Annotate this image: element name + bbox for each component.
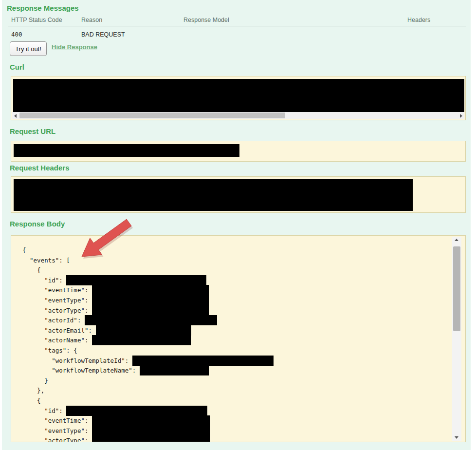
json-code-line: "eventType": (22, 426, 454, 436)
json-key-text: "actorEmail": (22, 327, 96, 334)
redacted-curl-content (13, 79, 464, 112)
json-code-line: "actorEmail": (22, 326, 454, 336)
json-code-line: "tags": { (22, 346, 454, 356)
json-key-text: "id": (22, 407, 66, 414)
table-column-header: Headers (407, 17, 430, 23)
json-code-line: "eventType": (22, 296, 454, 306)
json-code-line: "workflowTemplateName": (22, 366, 454, 376)
scroll-down-arrow-icon[interactable] (452, 434, 461, 441)
request-url-box (11, 141, 466, 162)
json-key-text: }, (22, 387, 44, 394)
json-key-text: "eventTime": (22, 417, 92, 424)
try-it-out-button[interactable]: Try it out! (10, 41, 47, 56)
json-code-line: "actorId": (22, 316, 454, 326)
http-status-code-value: 400 (11, 31, 22, 38)
redacted-json-value (96, 325, 191, 336)
response-body-box: { "events": [ { "id": "eventTime": "even… (11, 235, 466, 442)
json-code-line: { (22, 265, 454, 276)
table-column-header: HTTP Status Code (11, 17, 62, 23)
response-messages-title: Response Messages (7, 4, 79, 12)
table-column-header: Reason (81, 17, 102, 23)
scroll-left-arrow-icon[interactable] (12, 112, 19, 119)
redacted-json-value (85, 315, 217, 325)
json-key-text: } (22, 377, 48, 384)
json-key-text: "eventType": (22, 297, 92, 304)
redacted-json-value (92, 295, 209, 305)
json-key-text: "eventType": (22, 427, 92, 434)
json-key-text: { (22, 246, 26, 254)
response-messages-table-header: HTTP Status Code Reason Response Model H… (0, 17, 476, 25)
json-key-text: { (22, 397, 41, 404)
redacted-json-value (132, 356, 274, 366)
json-code-line: "actorType": (22, 306, 454, 316)
redacted-request-url (14, 144, 239, 157)
redacted-request-headers (14, 179, 413, 211)
redacted-json-value (92, 305, 209, 316)
json-key-text: "actorName": (22, 337, 92, 344)
json-key-text: "workflowTemplateId": (22, 357, 132, 364)
request-url-title: Request URL (10, 127, 55, 135)
redacted-json-value (66, 275, 206, 285)
json-key-text: "tags": { (22, 347, 77, 354)
response-body-title: Response Body (10, 220, 65, 228)
response-body-json: { "events": [ { "id": "eventTime": "even… (11, 236, 454, 442)
table-column-header: Response Model (183, 17, 229, 23)
table-header-divider (8, 26, 466, 26)
hide-response-link[interactable]: Hide Response (52, 43, 97, 51)
json-code-line: } (22, 376, 454, 386)
redacted-json-value (92, 415, 210, 426)
request-headers-title: Request Headers (10, 164, 70, 172)
json-code-line: "eventTime": (22, 285, 454, 296)
json-code-line: { (22, 396, 454, 406)
redacted-json-value (92, 285, 209, 295)
horizontal-scrollbar[interactable] (12, 112, 464, 119)
redacted-json-value (92, 435, 210, 442)
json-key-text: "actorType": (22, 307, 92, 314)
json-key-text: "events": [ (22, 257, 70, 264)
json-code-line: "workflowTemplateId": (22, 356, 454, 366)
json-code-line: "id": (22, 406, 454, 416)
horizontal-scrollbar-thumb[interactable] (19, 112, 285, 118)
redacted-json-value (92, 426, 210, 436)
json-key-text: "workflowTemplateName": (22, 367, 140, 374)
swagger-response-section: Response Messages HTTP Status Code Reaso… (0, 0, 476, 450)
curl-box (11, 76, 466, 120)
vertical-scrollbar[interactable] (452, 237, 461, 441)
json-code-line: "actorName": (22, 336, 454, 346)
vertical-scrollbar-thumb[interactable] (453, 246, 460, 331)
redacted-json-value (92, 335, 191, 345)
red-arrow-annotation (71, 218, 141, 264)
curl-title: Curl (10, 63, 24, 71)
json-code-line: "id": (22, 276, 454, 286)
request-headers-box (11, 176, 466, 213)
json-code-line: "eventTime": (22, 416, 454, 426)
json-key-text: "eventTime": (22, 286, 92, 294)
json-code-line: "actorType": (22, 436, 454, 442)
json-code-line: }, (22, 386, 454, 396)
reason-value: BAD REQUEST (81, 31, 125, 38)
json-key-text: "actorType": (22, 437, 92, 442)
redacted-json-value (66, 406, 207, 416)
json-key-text: "id": (22, 277, 66, 284)
json-key-text: "actorId": (22, 317, 85, 324)
redacted-json-value (140, 365, 209, 375)
json-key-text: { (22, 266, 41, 274)
scroll-up-arrow-icon[interactable] (452, 237, 461, 244)
scroll-right-arrow-icon[interactable] (458, 112, 464, 119)
